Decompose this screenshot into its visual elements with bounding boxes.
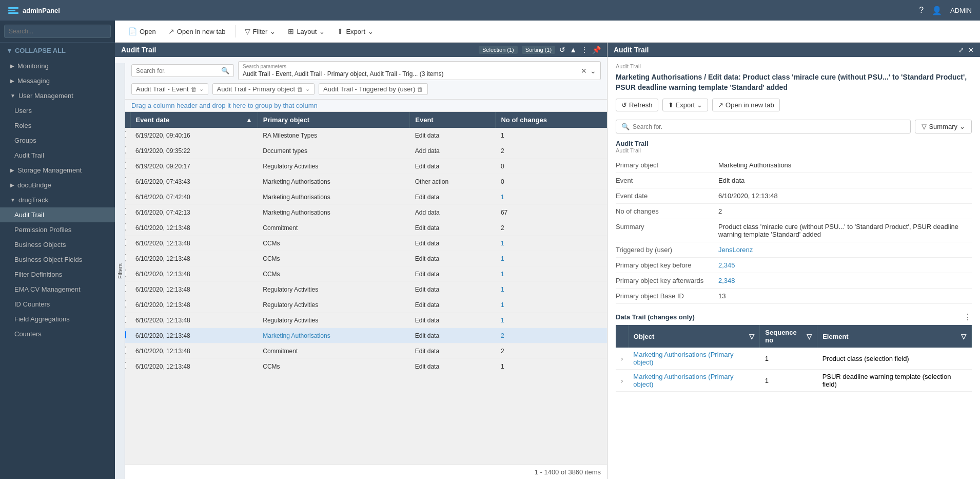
table-row[interactable]: 6/10/2020, 12:13:48CommitmentEdit data2 [115,220,607,236]
filter-tag-delete-icon[interactable]: 🗑 [417,86,423,93]
user-icon[interactable]: 👤 [932,6,942,15]
search-expand-icon[interactable]: ⌄ [590,67,596,75]
table-row[interactable]: 6/10/2020, 12:13:48CCMsEdit data1 [115,359,607,374]
sidebar-item-drugtrack[interactable]: ▼ drugTrack [0,193,115,207]
sidebar-item-counters[interactable]: Counters [0,327,115,341]
search-input[interactable] [136,67,221,74]
table-container[interactable]: – Event date ▲ [115,112,607,465]
sidebar-item-roles[interactable]: Roles [0,118,115,133]
cell-event[interactable]: Edit data [410,328,496,343]
cell-changes[interactable]: 2 [496,328,607,343]
sidebar-item-messaging[interactable]: ▶ Messaging [0,73,115,88]
sidebar-item-field-aggregations[interactable]: Field Aggregations [0,312,115,327]
table-row[interactable]: 6/16/2020, 07:43:43Marketing Authorisati… [115,174,607,189]
sidebar-item-business-object-fields[interactable]: Business Object Fields [0,252,115,267]
table-row[interactable]: 6/10/2020, 12:13:48CCMsEdit data1 [115,251,607,266]
cell-changes[interactable]: 1 [496,236,607,251]
trail-row[interactable]: ›Marketing Authorisations (Primary objec… [616,348,972,370]
trail-expand-icon[interactable]: › [616,348,628,370]
trail-cell-object[interactable]: Marketing Authorisations (Primary object… [628,370,760,392]
cell-event-date: 6/16/2020, 07:43:43 [130,174,258,189]
pin-icon[interactable]: 📌 [592,46,601,54]
search-clear-icon[interactable]: ✕ [581,67,587,75]
sidebar-item-business-objects[interactable]: Business Objects [0,237,115,252]
sidebar-item-audit-trail-um[interactable]: Audit Trail [0,148,115,163]
detail-field-value[interactable]: JensLorenz [718,242,972,258]
table-row[interactable]: 6/16/2020, 07:42:13Marketing Authorisati… [115,205,607,220]
data-trail-menu-icon[interactable]: ⋮ [964,312,972,322]
cell-changes[interactable]: 1 [496,189,607,205]
expand-icon[interactable]: ⤢ [958,46,964,54]
detail-field-value[interactable]: 2,348 [718,273,972,289]
sidebar-search-input[interactable] [4,25,111,38]
sidebar-item-filter-definitions[interactable]: Filter Definitions [0,267,115,282]
sidebar-item-storage-management[interactable]: ▶ Storage Management [0,163,115,178]
help-icon[interactable]: ? [919,6,924,15]
cell-changes[interactable]: 1 [496,251,607,266]
sidebar-collapse-all[interactable]: ▼ COLLAPSE ALL [0,43,115,59]
table-row[interactable]: 6/10/2020, 12:13:48CCMsEdit data1 [115,266,607,282]
trail-cell-object[interactable]: Marketing Authorisations (Primary object… [628,348,760,370]
trail-col-seq-label: Sequence no [765,329,807,344]
filter-tag-delete-icon[interactable]: 🗑 [191,86,197,93]
detail-field-value[interactable]: 2,345 [718,258,972,273]
layout-button[interactable]: ⊞ Layout ⌄ [283,25,330,38]
filters-side-toggle[interactable]: Filters [115,63,125,479]
sidebar-item-permission-profiles[interactable]: Permission Profiles [0,222,115,237]
trail-filter-icon[interactable]: ▽ [749,333,754,340]
table-row[interactable]: 6/10/2020, 12:13:48Regulatory Activities… [115,313,607,328]
export-button[interactable]: ⬆ Export ⌄ [662,99,709,111]
table-row[interactable]: 6/10/2020, 12:13:48CCMsEdit data1 [115,236,607,251]
sidebar-item-users[interactable]: Users [0,103,115,118]
table-row[interactable]: 6/10/2020, 12:13:48Regulatory Activities… [115,282,607,297]
sidebar-item-monitoring[interactable]: ▶ Monitoring [0,59,115,73]
sidebar-item-ema-cv[interactable]: EMA CV Management [0,282,115,297]
refresh-button[interactable]: ↺ Refresh [616,99,658,111]
sidebar-item-docubridge[interactable]: ▶ docuBridge [0,178,115,193]
filter-button[interactable]: ▽ Filter ⌄ [240,25,281,38]
trail-filter-icon[interactable]: ▽ [961,333,966,340]
table-row[interactable]: 6/16/2020, 07:42:40Marketing Authorisati… [115,189,607,205]
trail-col-element[interactable]: Element ▽ [817,325,972,348]
cell-changes[interactable]: 1 [496,297,607,313]
sidebar-item-groups[interactable]: Groups [0,133,115,148]
filter-tag-expand-icon[interactable]: ⌄ [199,86,204,92]
trail-col-object[interactable]: Object ▽ [628,325,760,348]
export-button[interactable]: ⬆ Export ⌄ [332,25,379,38]
summary-button[interactable]: ▽ Summary ⌄ [915,120,972,133]
refresh-icon[interactable]: ↺ [559,46,565,54]
detail-search-input[interactable] [633,123,905,130]
cell-changes[interactable]: 1 [496,313,607,328]
table-row[interactable]: 6/10/2020, 12:13:48Marketing Authorisati… [115,328,607,343]
close-icon[interactable]: ✕ [968,46,974,54]
open-new-tab-button[interactable]: ↗ Open in new tab [163,25,231,38]
filter-tag-delete-icon[interactable]: 🗑 [297,86,303,93]
chevron-up-icon[interactable]: ▲ [570,46,577,54]
sidebar-item-audit-trail-dt[interactable]: Audit Trail [0,207,115,222]
cell-primary-object[interactable]: Marketing Authorisations [258,328,410,343]
table-row[interactable]: 6/19/2020, 09:20:17Regulatory Activities… [115,159,607,174]
sidebar-item-user-management[interactable]: ▼ User Management [0,88,115,103]
trail-expand-icon[interactable]: › [616,370,628,392]
table-col-event-date[interactable]: Event date ▲ [130,112,258,128]
table-row[interactable]: 6/10/2020, 12:13:48CommitmentEdit data2 [115,343,607,359]
search-input-wrap[interactable]: 🔍 [131,64,234,77]
table-col-changes[interactable]: No of changes [496,112,607,128]
sidebar-item-id-counters[interactable]: ID Counters [0,297,115,312]
table-col-event[interactable]: Event [410,112,496,128]
cell-changes[interactable]: 1 [496,266,607,282]
cell-changes[interactable]: 1 [496,282,607,297]
trail-col-seq[interactable]: Sequence no ▽ [760,325,817,348]
table-row[interactable]: 6/19/2020, 09:35:22Document typesAdd dat… [115,143,607,159]
table-row[interactable]: 6/10/2020, 12:13:48Regulatory Activities… [115,297,607,313]
table-col-primary-object[interactable]: Primary object [258,112,410,128]
more-options-icon[interactable]: ⋮ [581,46,588,54]
trail-filter-icon[interactable]: ▽ [807,333,812,340]
sidebar-search[interactable] [0,21,115,43]
open-new-tab-button[interactable]: ↗ Open in new tab [712,99,780,111]
trail-row[interactable]: ›Marketing Authorisations (Primary objec… [616,370,972,392]
filter-tag-expand-icon[interactable]: ⌄ [305,86,310,92]
detail-search-input-wrap[interactable]: 🔍 [616,120,911,133]
open-button[interactable]: 📄 Open [123,25,161,38]
table-row[interactable]: 6/19/2020, 09:40:16RA Milestone TypesEdi… [115,128,607,143]
